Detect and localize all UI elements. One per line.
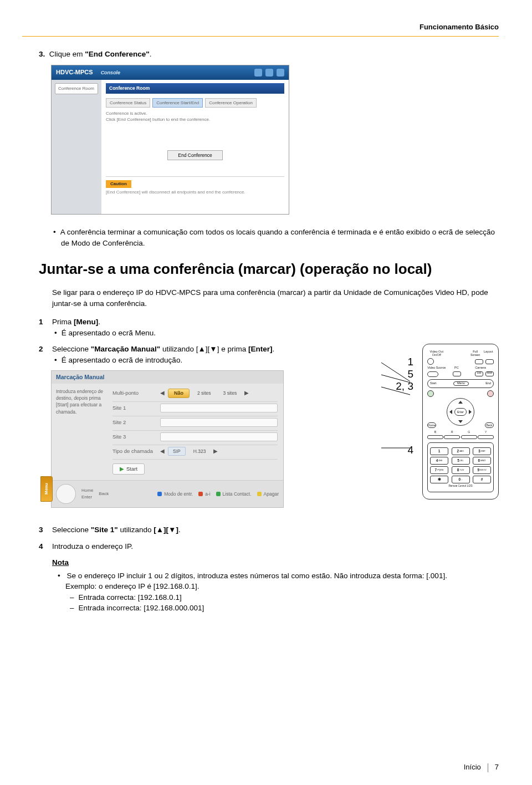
key-7[interactable]: 7PQRS [430, 466, 448, 474]
step-4-text: Introduza o endereço IP. [52, 541, 499, 552]
step-1-text-c: . [98, 318, 100, 326]
key-2[interactable]: 2ABC [452, 447, 470, 455]
key-1[interactable]: 1 [430, 447, 448, 455]
r-lbl-end: End [485, 382, 491, 385]
arrow-right-icon-2[interactable]: ▶ [213, 447, 218, 456]
key-6[interactable]: 6MNO [473, 457, 491, 465]
color-b-button[interactable] [427, 435, 443, 439]
mm-start-label: Start [126, 465, 137, 473]
color-r-button[interactable] [444, 435, 460, 439]
dpad-up-icon[interactable] [458, 401, 463, 404]
mm-multi-2sites[interactable]: 2 sites [193, 389, 216, 397]
video-out-button[interactable] [427, 358, 434, 365]
mm-sip[interactable]: SIP [168, 447, 186, 456]
r-lbl-onoff: On/Off [427, 354, 446, 357]
start-call-button[interactable] [427, 390, 434, 397]
key-4[interactable]: 4GHI [430, 457, 448, 465]
mm-dpad-icon [56, 484, 76, 504]
nota-dash-2: Entrada incorrecta: [192.168.000.001] [78, 603, 499, 614]
sidebar-conference-room[interactable]: Conference Room [55, 83, 98, 94]
video-source-button[interactable] [427, 371, 438, 377]
mm-hint-yellow: Apagar [257, 491, 279, 497]
settings-icon[interactable] [265, 69, 273, 77]
page-footer: Início 7 [464, 762, 499, 773]
r-lbl-fullscreen: Full Screen [470, 350, 481, 356]
mm-site1-field[interactable] [160, 404, 278, 412]
step-2-bullet: É apresentado o ecrã de introdução. [62, 355, 344, 366]
step-3b-num: 3 [39, 524, 52, 536]
console-titlebar: HDVC-MPCS Console [52, 65, 289, 80]
mm-site2-field[interactable] [160, 418, 278, 427]
manual-dial-screenshot: Marcação Manual Introduza endereço de de… [51, 370, 284, 508]
key-8[interactable]: 8TUV [452, 466, 470, 474]
console-subtitle: Console [101, 69, 121, 77]
mm-site3-field[interactable] [160, 432, 278, 441]
r-lbl-b: B [427, 431, 443, 434]
tab-conference-start-end[interactable]: Conference Start/End [152, 98, 203, 108]
home-button[interactable]: Home [427, 422, 436, 428]
color-g-button[interactable] [461, 435, 477, 439]
dpad-left-icon[interactable] [449, 410, 452, 414]
remote-control: Video Out On/Off Full Screen Layout [422, 344, 499, 499]
step-3b-c: utilizando [118, 526, 154, 534]
mm-site1-label: Site 1 [112, 404, 157, 412]
key-hash[interactable]: # [473, 476, 491, 483]
step-2-bold: "Marcação Manual" [91, 345, 160, 353]
sub-button[interactable]: Sub [475, 371, 483, 376]
step-3b-e: . [178, 526, 181, 534]
tab-conference-operation[interactable]: Conference Operation [205, 98, 257, 108]
key-5[interactable]: 5JKL [452, 457, 470, 465]
end-conference-button[interactable]: End Conference [167, 150, 222, 160]
home-icon[interactable] [254, 69, 262, 77]
mm-h323[interactable]: H.323 [189, 447, 211, 455]
key-star[interactable]: ✱ [430, 476, 448, 483]
mm-home-label: Home [81, 487, 93, 494]
arrow-right-icon[interactable]: ▶ [244, 389, 249, 397]
step-2: 2 Seleccione "Marcação Manual" utilizand… [39, 344, 344, 507]
mm-title: Marcação Manual [52, 371, 283, 384]
key-9[interactable]: 9WXYZ [473, 466, 491, 474]
mm-help-text: Introduza endereço de destino, depois pr… [52, 384, 112, 480]
enter-button[interactable]: Enter [454, 408, 467, 416]
dpad[interactable]: Enter [447, 398, 474, 426]
status-line-1: Conference is active. [106, 111, 284, 116]
keypad: 1 2ABC 3DEF 4GHI 5JKL 6MNO 7PQRS 8TUV 9W… [427, 442, 494, 493]
console-app-title: HDVC-MPCS [56, 68, 93, 77]
dpad-right-icon[interactable] [469, 410, 472, 414]
maintenance-icon[interactable] [277, 69, 284, 77]
mm-menu-flag[interactable]: Menu [40, 476, 53, 502]
back-button[interactable]: Back [485, 422, 494, 428]
tab-conference-status[interactable]: Conference Status [106, 98, 150, 108]
status-line-2: Click [End Conference] button to end the… [106, 117, 284, 123]
caution-text: [End Conference] will disconnect all end… [106, 189, 284, 196]
color-y-button[interactable] [478, 435, 494, 439]
menu-button[interactable]: Menu [453, 381, 469, 386]
nota-label: Nota [52, 557, 499, 568]
end-call-button[interactable] [487, 390, 494, 397]
pc-button[interactable] [453, 371, 461, 376]
mm-hint-red: a-i [198, 491, 210, 497]
r-lbl-start: Start [430, 382, 437, 385]
step-1-num: 1 [39, 317, 52, 338]
step-1: 1 Prima [Menu]. É apresentado o ecrã Men… [39, 317, 499, 338]
step-2-text-c: utilizando [▲][▼] e prima [160, 345, 248, 353]
dpad-down-icon[interactable] [458, 420, 463, 423]
footer-page: 7 [495, 762, 499, 773]
step-3-text-b: . [150, 50, 152, 58]
mm-multi-value: Não [168, 389, 190, 398]
r-lbl-g: G [461, 431, 477, 434]
key-0[interactable]: 0– [452, 476, 470, 483]
mm-multi-3sites[interactable]: 3 sites [219, 389, 242, 397]
arrow-left-icon[interactable]: ◀ [160, 389, 165, 397]
key-3[interactable]: 3DEF [473, 447, 491, 455]
section-intro: Se ligar para o endereço IP do HDVC-MPCS… [52, 287, 499, 309]
mm-site2-label: Site 2 [112, 419, 157, 426]
step-2-enter: [Enter] [248, 345, 273, 353]
step-3-bullet: A conferência terminar a comunicação com… [61, 227, 499, 248]
fullscreen-button[interactable] [475, 359, 483, 364]
layout-button[interactable] [485, 359, 494, 364]
main-button[interactable]: Main [485, 371, 494, 376]
arrow-left-icon-2[interactable]: ◀ [160, 447, 165, 456]
section-heading: Juntar-se a uma conferência (marcar) (op… [39, 259, 499, 280]
mm-start-button[interactable]: ▶Start [112, 463, 145, 475]
